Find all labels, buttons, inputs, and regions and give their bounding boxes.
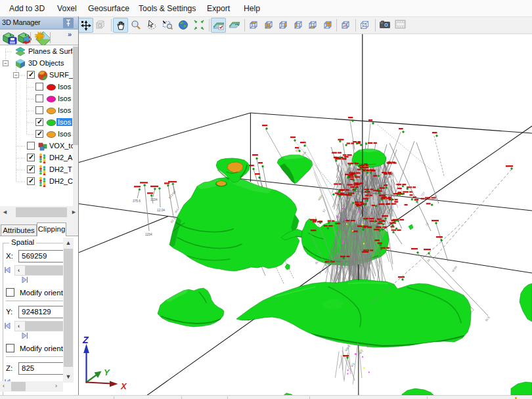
svg-text:72: 72 [425, 222, 430, 226]
svg-text:12.04: 12.04 [157, 209, 165, 212]
svg-text:W.04: W.04 [451, 265, 458, 273]
svg-text:W4: W4 [174, 208, 179, 214]
svg-text:1234: 1234 [145, 233, 152, 236]
svg-text:BL5: BL5 [485, 316, 491, 322]
svg-text:12: 12 [322, 208, 326, 213]
svg-text:Z: Z [82, 335, 89, 345]
svg-text:Y: Y [104, 368, 110, 377]
svg-text:1234: 1234 [150, 198, 158, 201]
svg-text:375.6: 375.6 [133, 200, 141, 203]
svg-text:W2: W2 [359, 349, 364, 355]
svg-text:KW: KW [301, 150, 307, 156]
svg-text:W0.3: W0.3 [344, 345, 351, 352]
svg-text:727: 727 [420, 191, 426, 197]
svg-text:X: X [120, 381, 127, 391]
